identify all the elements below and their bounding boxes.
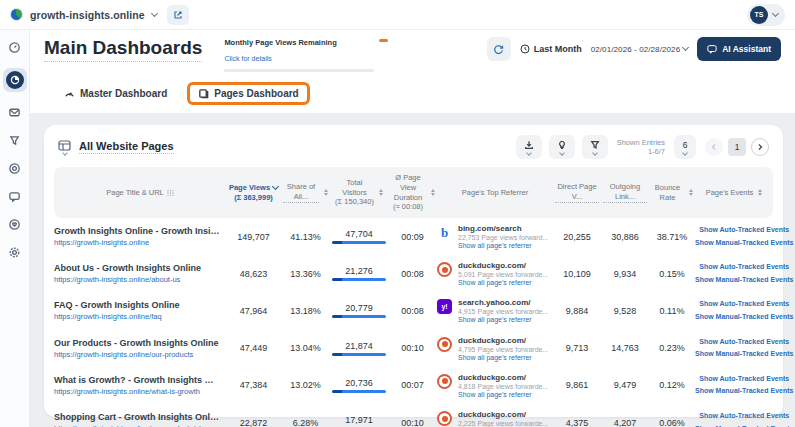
col-duration[interactable]: Ø Page ViewDuration(≈ 00:08) xyxy=(388,173,437,212)
ai-assistant-button[interactable]: AI Assistant xyxy=(697,37,781,61)
show-auto-tracked-events-link[interactable]: Show Auto-Tracked Events xyxy=(695,373,793,386)
site-selector[interactable]: growth-insights.online xyxy=(10,8,157,21)
referrer-forwards: 2,225 Page views forwarde... xyxy=(458,420,548,427)
page-title-cell[interactable]: Growth Insights Online - Growth Insights… xyxy=(54,226,226,236)
page-size-selector[interactable]: 6 xyxy=(674,135,696,159)
site-favicon-icon xyxy=(10,8,23,21)
lightbulb-icon xyxy=(557,140,567,150)
sidebar-item-dashboards[interactable] xyxy=(3,68,27,92)
show-all-referrers-link[interactable]: Show all page's referrer xyxy=(458,391,548,398)
referrer-forwards: 4,795 Page views forwarde... xyxy=(458,346,548,353)
show-manual-tracked-events-link[interactable]: Show Manual-Tracked Events xyxy=(695,423,793,427)
duration-value: 00:07 xyxy=(388,380,437,390)
sidebar-item-overview[interactable] xyxy=(7,40,22,55)
col-bounce-rate[interactable]: Bounce Rate xyxy=(649,183,695,203)
tab-pages-dashboard[interactable]: Pages Dashboard xyxy=(187,82,309,105)
show-auto-tracked-events-link[interactable]: Show Auto-Tracked Events xyxy=(695,298,793,311)
show-manual-tracked-events-link[interactable]: Show Manual-Tracked Events xyxy=(695,274,793,287)
show-manual-tracked-events-link[interactable]: Show Manual-Tracked Events xyxy=(695,237,793,250)
show-auto-tracked-events-link[interactable]: Show Auto-Tracked Events xyxy=(695,261,793,274)
show-manual-tracked-events-link[interactable]: Show Manual-Tracked Events xyxy=(695,385,793,398)
widget-menu-button[interactable] xyxy=(58,140,71,155)
direct-views-value: 4,375 xyxy=(553,418,601,427)
card-toolbar: Shown Entries 1-6/7 6 xyxy=(516,135,769,159)
sidebar-item-inbox[interactable] xyxy=(7,105,22,120)
sidebar-item-favorites[interactable] xyxy=(7,217,22,232)
dashboard-tabs: Master Dashboard Pages Dashboard xyxy=(44,72,781,113)
page-url-link[interactable]: https://growth-insights.online/our-produ… xyxy=(54,350,226,359)
filter-button[interactable] xyxy=(582,135,608,159)
insights-button[interactable] xyxy=(549,135,575,159)
user-menu[interactable]: TS xyxy=(747,4,785,26)
direct-views-value: 10,109 xyxy=(553,269,601,279)
pagination: 1 xyxy=(705,138,769,156)
sidebar-item-settings[interactable] xyxy=(7,245,22,260)
page-url-link[interactable]: https://growth-insights.online/faq xyxy=(54,312,226,321)
chevron-down-icon xyxy=(151,9,158,16)
period-label: Last Month xyxy=(534,44,582,54)
visitors-value: 47,704 xyxy=(345,229,373,239)
sidebar-item-funnels[interactable] xyxy=(7,133,22,148)
page-url-link[interactable]: https://growth-insights.online/what-is-g… xyxy=(54,387,226,396)
col-page-events[interactable]: Page's Events xyxy=(695,188,773,198)
col-page-views[interactable]: Page Views (Σ 363,999) xyxy=(226,183,281,203)
page-title-cell[interactable]: FAQ - Growth Insights Online xyxy=(54,300,226,310)
page-title-cell[interactable]: About Us - Growth Insights Online xyxy=(54,263,226,273)
quota-details-link[interactable]: Click for details xyxy=(224,55,271,62)
col-direct-views[interactable]: Direct Page V... xyxy=(553,182,601,203)
sort-icon xyxy=(431,189,435,196)
quota-progressbar xyxy=(224,69,374,72)
show-manual-tracked-events-link[interactable]: Show Manual-Tracked Events xyxy=(695,311,793,324)
visitors-bar xyxy=(332,241,386,244)
app-window: growth-insights.online TS xyxy=(0,0,795,427)
page-title-cell[interactable]: Shopping Cart - Growth Insights Online xyxy=(54,412,226,422)
page-url-link[interactable]: https://growth-insights.online/about-us xyxy=(54,275,226,284)
visitors-value: 20,779 xyxy=(345,303,373,313)
show-auto-tracked-events-link[interactable]: Show Auto-Tracked Events xyxy=(695,224,793,237)
show-auto-tracked-events-link[interactable]: Show Auto-Tracked Events xyxy=(695,410,793,423)
page-number-button[interactable]: 1 xyxy=(728,138,746,156)
period-selector[interactable]: Last Month xyxy=(520,44,582,54)
refresh-icon xyxy=(493,44,504,55)
show-auto-tracked-events-link[interactable]: Show Auto-Tracked Events xyxy=(695,336,793,349)
show-all-referrers-link[interactable]: Show all page's referrer xyxy=(458,279,548,286)
share-value: 13.02% xyxy=(281,380,330,390)
page-url-link[interactable]: https://growth-insights.online xyxy=(54,238,226,247)
pie-chart-icon xyxy=(6,71,24,89)
open-site-button[interactable] xyxy=(167,5,189,25)
outgoing-links-value: 30,886 xyxy=(601,232,649,242)
yahoo-favicon: y! xyxy=(437,299,452,314)
prev-page-button[interactable] xyxy=(705,138,723,156)
page-title-cell[interactable]: Our Products - Growth Insights Online xyxy=(54,338,226,348)
page-title-cell[interactable]: What is Growth? - Growth Insights Online xyxy=(54,375,226,385)
gear-icon xyxy=(8,246,21,259)
duckduckgo-favicon xyxy=(437,262,452,277)
arrow-right-icon xyxy=(756,143,764,151)
sidebar-item-messages[interactable] xyxy=(7,189,22,204)
pages-icon xyxy=(198,88,209,99)
referrer-domain: duckduckgo.com/ xyxy=(458,336,548,345)
tab-master-dashboard[interactable]: Master Dashboard xyxy=(58,84,173,103)
quota-widget[interactable]: Monthly Page Views Remaining Click for d… xyxy=(224,38,374,72)
col-outgoing-links[interactable]: Outgoing Link... xyxy=(601,182,649,203)
col-total-visitors[interactable]: TotalVisitors(Σ 150,340) xyxy=(330,178,388,207)
show-manual-tracked-events-link[interactable]: Show Manual-Tracked Events xyxy=(695,348,793,361)
shown-entries-value: 1-6/7 xyxy=(617,147,665,156)
show-all-referrers-link[interactable]: Show all page's referrer xyxy=(458,242,548,249)
referrer-forwards: 22,753 Page views forward... xyxy=(458,234,548,241)
col-share[interactable]: Share of All... xyxy=(281,182,330,203)
show-all-referrers-link[interactable]: Show all page's referrer xyxy=(458,354,548,361)
referrer-domain: duckduckgo.com/ xyxy=(458,410,548,419)
export-button[interactable] xyxy=(516,135,542,159)
page-views-value: 149,707 xyxy=(226,232,281,242)
refresh-button[interactable] xyxy=(487,37,511,61)
next-page-button[interactable] xyxy=(751,138,769,156)
column-reorder-icon xyxy=(167,189,174,197)
show-all-referrers-link[interactable]: Show all page's referrer xyxy=(458,316,548,323)
dial-icon xyxy=(8,41,21,54)
col-page-title[interactable]: Page Title & URL xyxy=(54,188,226,198)
date-range-picker[interactable]: 02/01/2026 - 02/28/2026 xyxy=(591,45,689,54)
shown-entries: Shown Entries 1-6/7 xyxy=(617,138,665,157)
outgoing-links-value: 9,479 xyxy=(601,380,649,390)
sidebar-item-goals[interactable] xyxy=(7,161,22,176)
